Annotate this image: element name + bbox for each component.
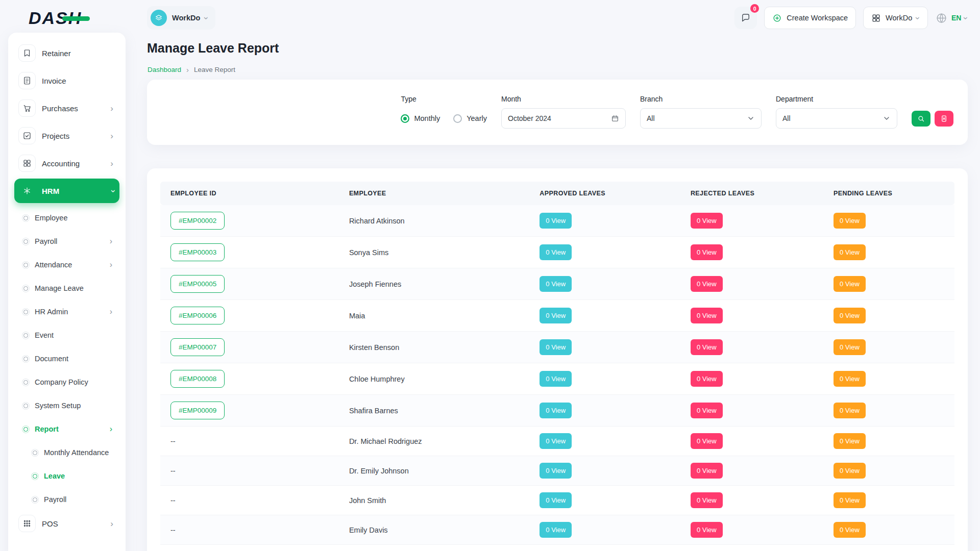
reset-button[interactable] (935, 111, 953, 127)
rejected-leaves-cell: 0 View (684, 545, 827, 551)
employee-id-cell: #EMP00003 (160, 237, 343, 268)
pending-leaves-cell: 0 View (827, 395, 954, 427)
bullet-icon (33, 474, 37, 479)
breadcrumb-dashboard-link[interactable]: Dashboard (148, 66, 181, 73)
dash-logo-accent (62, 16, 90, 21)
rejected-leaves-view-button[interactable]: 0 View (691, 403, 723, 418)
rejected-leaves-view-button[interactable]: 0 View (691, 433, 723, 449)
pending-leaves-view-button[interactable]: 0 View (834, 276, 866, 292)
leave-table-body: #EMP00002Richard Atkinson0 View0 View0 V… (160, 205, 954, 551)
approved-leaves-cell: 0 View (533, 268, 684, 300)
employee-name-cell: James Brown (343, 545, 533, 551)
employee-id-button[interactable]: #EMP00008 (170, 370, 225, 388)
department-label: Department (776, 95, 897, 103)
rejected-leaves-view-button[interactable]: 0 View (691, 213, 723, 229)
chevron-right-icon: › (110, 104, 115, 113)
sidebar-item-hrm[interactable]: HRM› (14, 179, 119, 203)
rejected-leaves-view-button[interactable]: 0 View (691, 308, 723, 323)
pending-leaves-view-button[interactable]: 0 View (834, 308, 866, 323)
sidebar-item-company-policy[interactable]: Company Policy (14, 370, 119, 394)
employee-id-text: -- (170, 496, 176, 505)
employee-id-button[interactable]: #EMP00009 (170, 402, 225, 419)
rejected-leaves-view-button[interactable]: 0 View (691, 276, 723, 292)
approved-leaves-view-button[interactable]: 0 View (540, 463, 572, 479)
pending-leaves-view-button[interactable]: 0 View (834, 371, 866, 387)
pending-leaves-view-button[interactable]: 0 View (834, 403, 866, 418)
pending-leaves-cell: 0 View (827, 205, 954, 237)
sidebar-item-system-setup[interactable]: System Setup (14, 394, 119, 417)
column-header: REJECTED LEAVES (684, 182, 827, 205)
sidebar-item-manage-leave[interactable]: Manage Leave (14, 277, 119, 300)
pending-leaves-cell: 0 View (827, 363, 954, 395)
month-input[interactable]: October 2024 (501, 108, 626, 129)
approved-leaves-cell: 0 View (533, 456, 684, 486)
radio-yearly-circle-icon (453, 114, 462, 123)
employee-name-cell: Chloe Humphrey (343, 363, 533, 395)
approved-leaves-view-button[interactable]: 0 View (540, 371, 572, 387)
sidebar-item-employee[interactable]: Employee (14, 206, 119, 230)
employee-id-button[interactable]: #EMP00007 (170, 338, 225, 356)
rejected-leaves-cell: 0 View (684, 205, 827, 237)
sidebar-item-monthly-attendance[interactable]: Monthly Attendance (14, 441, 119, 464)
pending-leaves-view-button[interactable]: 0 View (834, 522, 866, 538)
approved-leaves-view-button[interactable]: 0 View (540, 276, 572, 292)
search-button[interactable] (912, 111, 930, 127)
sidebar-item-purchases[interactable]: Purchases› (14, 96, 119, 120)
radio-monthly-label: Monthly (414, 114, 440, 122)
sidebar-item-label: Invoice (42, 77, 66, 85)
sidebar-item-report[interactable]: Report› (14, 417, 119, 441)
approved-leaves-view-button[interactable]: 0 View (540, 339, 572, 355)
sidebar-item-leave[interactable]: Leave (14, 464, 119, 488)
sidebar-item-attendance[interactable]: Attendance› (14, 253, 119, 277)
sidebar-item-payroll[interactable]: Payroll› (14, 230, 119, 253)
approved-leaves-view-button[interactable]: 0 View (540, 403, 572, 418)
employee-name-cell: Sonya Sims (343, 237, 533, 268)
leave-report-table: EMPLOYEE IDEMPLOYEEAPPROVED LEAVESREJECT… (160, 182, 954, 551)
pending-leaves-view-button[interactable]: 0 View (834, 339, 866, 355)
department-value: All (782, 114, 791, 122)
approved-leaves-view-button[interactable]: 0 View (540, 213, 572, 229)
approved-leaves-view-button[interactable]: 0 View (540, 433, 572, 449)
pending-leaves-view-button[interactable]: 0 View (834, 492, 866, 508)
branch-select[interactable]: All (640, 108, 762, 129)
sidebar-item-hr-admin[interactable]: HR Admin› (14, 300, 119, 323)
approved-leaves-view-button[interactable]: 0 View (540, 492, 572, 508)
rejected-leaves-view-button[interactable]: 0 View (691, 339, 723, 355)
sidebar-item-document[interactable]: Document (14, 347, 119, 370)
pending-leaves-view-button[interactable]: 0 View (834, 463, 866, 479)
sidebar-item-retainer[interactable]: Retainer (14, 41, 119, 65)
radio-yearly[interactable]: Yearly (453, 114, 487, 123)
table-row: --James Brown0 View0 View0 View (160, 545, 954, 551)
rejected-leaves-view-button[interactable]: 0 View (691, 522, 723, 538)
pending-leaves-cell: 0 View (827, 515, 954, 545)
approved-leaves-view-button[interactable]: 0 View (540, 308, 572, 323)
employee-name-cell: Richard Atkinson (343, 205, 533, 237)
pending-leaves-view-button[interactable]: 0 View (834, 213, 866, 229)
employee-id-button[interactable]: #EMP00005 (170, 275, 225, 293)
rejected-leaves-view-button[interactable]: 0 View (691, 463, 723, 479)
rejected-leaves-view-button[interactable]: 0 View (691, 371, 723, 387)
approved-leaves-view-button[interactable]: 0 View (540, 522, 572, 538)
sidebar-item-label: Accounting (42, 159, 80, 168)
sidebar-item-event[interactable]: Event (14, 323, 119, 347)
bullet-icon (23, 333, 28, 338)
sidebar-item-payroll[interactable]: Payroll (14, 488, 119, 511)
rejected-leaves-view-button[interactable]: 0 View (691, 492, 723, 508)
radio-monthly[interactable]: Monthly (401, 114, 440, 123)
sidebar-item-label: Employee (35, 214, 67, 222)
approved-leaves-view-button[interactable]: 0 View (540, 244, 572, 260)
employee-id-button[interactable]: #EMP00003 (170, 243, 225, 261)
sidebar-item-invoice[interactable]: Invoice (14, 68, 119, 93)
employee-id-button[interactable]: #EMP00006 (170, 307, 225, 324)
sidebar-item-projects[interactable]: Projects› (14, 123, 119, 148)
search-icon (917, 115, 925, 122)
bullet-icon (23, 427, 28, 432)
pending-leaves-view-button[interactable]: 0 View (834, 433, 866, 449)
employee-id-button[interactable]: #EMP00002 (170, 212, 225, 230)
rejected-leaves-view-button[interactable]: 0 View (691, 244, 723, 260)
sidebar-item-accounting[interactable]: Accounting› (14, 151, 119, 176)
sidebar-item-pos[interactable]: POS› (14, 511, 119, 536)
pending-leaves-view-button[interactable]: 0 View (834, 244, 866, 260)
department-select[interactable]: All (776, 108, 897, 129)
filter-card: Type Monthly Yearly Month October 2024 (147, 80, 968, 145)
